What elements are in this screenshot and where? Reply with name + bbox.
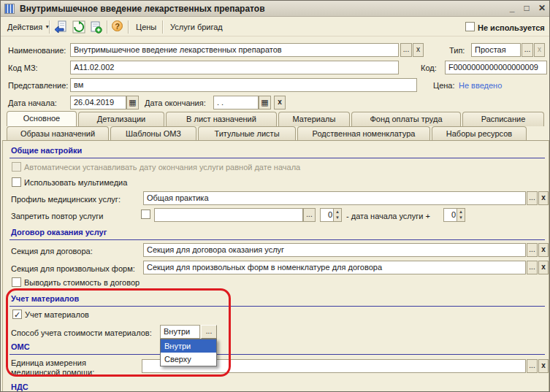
date-start-calendar-button[interactable]: ▦ (126, 96, 139, 109)
profile-field[interactable]: Общая практика (143, 191, 526, 205)
title-bar: Внутримышечное введение лекарственных пр… (1, 1, 549, 17)
minimize-button[interactable]: _ (506, 1, 518, 15)
close-button[interactable]: ✕ (536, 1, 548, 15)
refresh-icon[interactable] (72, 20, 85, 34)
section-general-title: Общие настройки (11, 146, 82, 155)
multimedia-checkbox[interactable] (12, 177, 21, 187)
presentation-field[interactable]: вм (70, 78, 417, 92)
section-contract-rule (9, 239, 545, 240)
mz-code-field[interactable]: А11.02.002 (70, 61, 399, 74)
copy-new-icon[interactable] (89, 20, 102, 34)
spin-up-icon[interactable]: ▲ (459, 210, 463, 214)
prices-button[interactable]: Цены (132, 20, 160, 34)
name-select-button[interactable]: ... (400, 43, 412, 57)
section-materials-title: Учет материалов (11, 294, 79, 303)
maximize-button[interactable]: □ (521, 1, 532, 15)
unit-clear-button[interactable]: x (538, 359, 549, 373)
calendar-icon: ▦ (261, 98, 268, 107)
tab-raspisanie[interactable]: Расписание (462, 112, 544, 126)
contract-section-field[interactable]: Секция для договора оказания услуг (143, 243, 526, 257)
calendar-icon: ▦ (129, 98, 136, 107)
name-clear-button[interactable]: x (413, 43, 424, 57)
save-icon[interactable] (54, 20, 67, 34)
help-icon[interactable]: ? (112, 20, 125, 34)
date-end-field[interactable]: . . (213, 96, 259, 109)
unit-label-line1: Единица измерения (11, 358, 86, 368)
repeat-ban-field[interactable] (154, 208, 303, 222)
date-start-field[interactable]: 26.04.2019 (70, 96, 126, 109)
repeat-ban-label: Запретить повтор услуги (11, 211, 103, 221)
tab-obrazy-naznacheniy[interactable]: Образы назначений (7, 126, 109, 141)
days-before-spinner[interactable]: 0 ▲▼ (320, 208, 342, 222)
type-select-button[interactable]: ... (522, 43, 533, 57)
toolbar-separator (162, 20, 164, 34)
auto-end-date-checkbox (12, 162, 21, 172)
name-label: Наименование: (8, 45, 66, 55)
actions-menu-button[interactable]: Действия ▼ (4, 20, 53, 34)
window-title: Внутримышечное введение лекарственных пр… (20, 4, 265, 14)
not-used-label: Не используется (478, 23, 545, 33)
profile-select-button[interactable]: ... (527, 191, 538, 205)
forms-section-clear-button[interactable]: x (538, 261, 549, 274)
cost-method-dropdown-list: Внутри Сверху (160, 339, 217, 366)
toolbar-separator (128, 20, 129, 34)
presentation-label: Представление: (8, 80, 68, 91)
spin-up-icon[interactable]: ▲ (335, 210, 340, 214)
repeat-ban-select-button[interactable]: ... (303, 208, 316, 222)
show-cost-label: Выводить стоимость в договор (24, 277, 140, 288)
cost-method-field[interactable]: Внутри (160, 325, 200, 339)
profile-clear-button[interactable]: x (538, 191, 549, 205)
unit-label-line2: медицинской помощи: (11, 367, 94, 377)
section-vat-title: НДС (11, 383, 28, 391)
tab-materialy[interactable]: Материалы (278, 112, 350, 126)
dropdown-option-vnutri[interactable]: Внутри (161, 339, 216, 353)
multimedia-label: Использовать мультимедиа (24, 177, 127, 188)
contract-section-clear-button[interactable]: x (538, 243, 549, 257)
days-after-spinner[interactable]: 0 ▲▼ (443, 208, 465, 222)
forms-section-field[interactable]: Секция для произвольных форм в номенклат… (143, 261, 526, 274)
tab-nabory-resursov[interactable]: Наборы ресурсов (432, 126, 527, 141)
materials-account-checkbox[interactable]: ✓ (12, 310, 22, 319)
type-label: Тип: (449, 45, 465, 55)
cost-method-label: Способ учета стоимости материалов: (11, 328, 152, 338)
code-field[interactable]: F0000000000000000009 (445, 61, 547, 74)
type-clear-button: x (534, 43, 545, 57)
spin-down-icon[interactable]: ▼ (459, 215, 463, 220)
auto-end-date-label: Автоматически устанавливать дату окончан… (24, 162, 300, 172)
date-end-clear-button[interactable]: x (274, 96, 286, 109)
materials-account-label: Учет материалов (25, 310, 89, 320)
forms-section-select-button[interactable]: ... (527, 261, 538, 274)
repeat-ban-checkbox[interactable] (141, 210, 150, 219)
not-used-checkbox[interactable] (465, 22, 475, 31)
section-contract-title: Договор оказания услуг (11, 228, 107, 237)
repeat-middle-text: - дата начала услуги + (346, 211, 430, 221)
section-general-rule (9, 158, 545, 158)
date-end-calendar-button[interactable]: ▦ (259, 96, 271, 109)
name-field[interactable]: Внутримышечное введение лекарственных пр… (70, 43, 399, 57)
toolbar: Действия ▼ ? Цены Услуги бригад Не испол… (1, 18, 549, 36)
tab-titulnye-listy[interactable]: Титульные листы (198, 126, 296, 141)
dropdown-option-sverhu[interactable]: Сверху (161, 353, 216, 366)
section-oms-title: ОМС (11, 342, 30, 351)
show-cost-checkbox[interactable] (12, 277, 21, 287)
toolbar-separator (49, 20, 50, 34)
code-label: Код: (421, 63, 437, 73)
price-not-set-link[interactable]: Не введено (459, 80, 502, 91)
unit-select-button[interactable]: ... (527, 359, 538, 373)
toolbar-separator (107, 20, 108, 34)
tab-detalizacii[interactable]: Детализации (78, 112, 164, 126)
section-oms-rule (9, 354, 545, 355)
type-field[interactable]: Простая (471, 43, 521, 57)
contract-section-select-button[interactable]: ... (527, 243, 538, 257)
brigade-services-button[interactable]: Услуги бригад (167, 20, 226, 34)
tab-rodstvennaya-nomenklatura[interactable]: Родственная номенклатура (297, 126, 430, 141)
tab-osnovnoe[interactable]: Основное (7, 111, 77, 126)
cost-method-select-button[interactable]: ... (201, 325, 217, 339)
app-window: Внутримышечное введение лекарственных пр… (0, 0, 550, 392)
tab-shablony-omz[interactable]: Шаблоны ОМЗ (110, 126, 196, 141)
tab-fond-oplaty-truda[interactable]: Фонд оплаты труда (351, 112, 461, 126)
tab-v-list-naznacheniy[interactable]: В лист назначений (166, 112, 277, 126)
check-icon: ✓ (14, 310, 20, 319)
spin-down-icon[interactable]: ▼ (335, 215, 340, 220)
profile-label: Профиль медицинских услуг: (11, 194, 121, 204)
